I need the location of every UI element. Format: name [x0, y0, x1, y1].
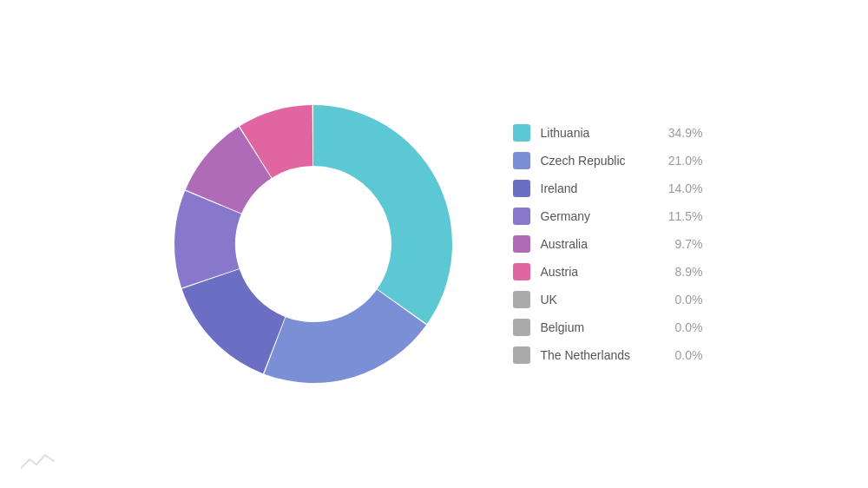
legend-value: 11.5%: [664, 209, 703, 223]
legend-label: The Netherlands: [541, 348, 654, 362]
legend-value: 9.7%: [664, 237, 703, 251]
legend-color-swatch: [513, 319, 530, 336]
legend-item-czech-republic: Czech Republic21.0%: [513, 152, 703, 169]
legend-value: 14.0%: [664, 181, 703, 195]
legend-value: 8.9%: [664, 265, 703, 279]
legend-color-swatch: [513, 346, 530, 364]
legend-item-ireland: Ireland14.0%: [513, 180, 703, 197]
donut-segment-ireland: [181, 269, 285, 373]
legend-label: Austria: [541, 265, 654, 279]
legend-item-austria: Austria8.9%: [513, 263, 703, 280]
legend-color-swatch: [513, 152, 530, 169]
chart-container: Lithuania34.9%Czech Republic21.0%Ireland…: [0, 0, 868, 488]
legend-label: Ireland: [541, 181, 654, 195]
legend-label: UK: [541, 293, 654, 307]
legend-color-swatch: [513, 208, 530, 225]
legend-color-swatch: [513, 180, 530, 197]
legend-color-swatch: [513, 124, 530, 142]
donut-chart: [166, 96, 461, 392]
legend-item-lithuania: Lithuania34.9%: [513, 124, 703, 142]
legend-label: Lithuania: [541, 126, 654, 140]
legend-value: 0.0%: [664, 320, 703, 334]
legend-value: 21.0%: [664, 154, 703, 168]
donut-svg: [166, 96, 461, 392]
legend-color-swatch: [513, 263, 530, 280]
legend-item-australia: Australia9.7%: [513, 235, 703, 253]
legend-label: Czech Republic: [541, 154, 654, 168]
legend-value: 0.0%: [664, 293, 703, 307]
donut-segment-lithuania: [313, 105, 452, 324]
legend-value: 34.9%: [664, 126, 703, 140]
legend-item-belgium: Belgium0.0%: [513, 319, 703, 336]
watermark: [21, 451, 56, 476]
legend-color-swatch: [513, 291, 530, 308]
legend-color-swatch: [513, 235, 530, 253]
legend-item-uk: UK0.0%: [513, 291, 703, 308]
legend-label: Germany: [541, 209, 654, 223]
legend-label: Belgium: [541, 320, 654, 334]
legend-item-the-netherlands: The Netherlands0.0%: [513, 346, 703, 364]
legend-label: Australia: [541, 237, 654, 251]
legend-value: 0.0%: [664, 348, 703, 362]
legend-item-germany: Germany11.5%: [513, 208, 703, 225]
legend: Lithuania34.9%Czech Republic21.0%Ireland…: [513, 124, 703, 364]
